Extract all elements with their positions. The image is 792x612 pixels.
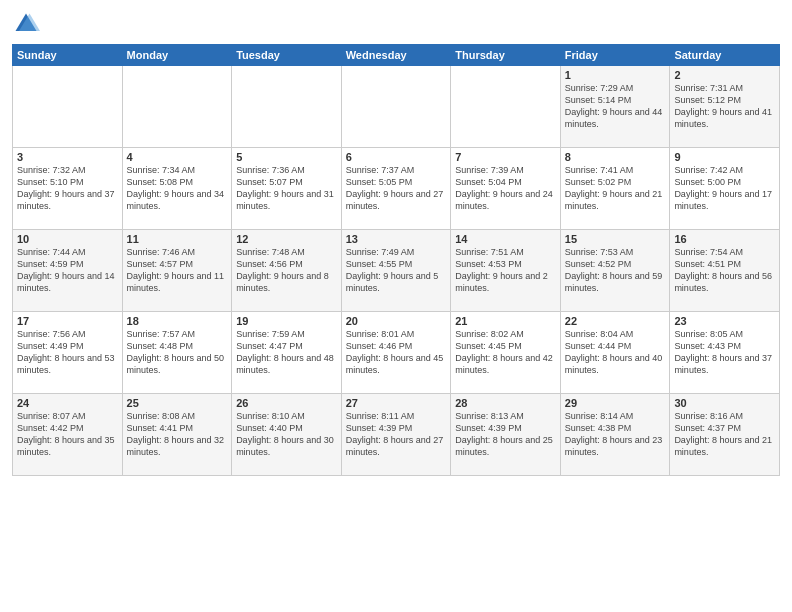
weekday-header: Thursday [451,45,561,66]
calendar-cell: 17Sunrise: 7:56 AM Sunset: 4:49 PM Dayli… [13,312,123,394]
calendar-cell: 15Sunrise: 7:53 AM Sunset: 4:52 PM Dayli… [560,230,670,312]
day-info: Sunrise: 7:49 AM Sunset: 4:55 PM Dayligh… [346,246,447,295]
day-number: 19 [236,315,337,327]
calendar-cell: 18Sunrise: 7:57 AM Sunset: 4:48 PM Dayli… [122,312,232,394]
calendar-cell [341,66,451,148]
calendar-cell: 9Sunrise: 7:42 AM Sunset: 5:00 PM Daylig… [670,148,780,230]
weekday-header: Friday [560,45,670,66]
logo [12,10,44,38]
day-info: Sunrise: 7:56 AM Sunset: 4:49 PM Dayligh… [17,328,118,377]
day-number: 17 [17,315,118,327]
day-info: Sunrise: 8:02 AM Sunset: 4:45 PM Dayligh… [455,328,556,377]
day-number: 2 [674,69,775,81]
weekday-header: Wednesday [341,45,451,66]
day-number: 14 [455,233,556,245]
day-info: Sunrise: 7:32 AM Sunset: 5:10 PM Dayligh… [17,164,118,213]
weekday-header: Saturday [670,45,780,66]
calendar-cell: 13Sunrise: 7:49 AM Sunset: 4:55 PM Dayli… [341,230,451,312]
calendar-cell: 23Sunrise: 8:05 AM Sunset: 4:43 PM Dayli… [670,312,780,394]
day-info: Sunrise: 7:29 AM Sunset: 5:14 PM Dayligh… [565,82,666,131]
day-number: 4 [127,151,228,163]
day-number: 6 [346,151,447,163]
day-info: Sunrise: 7:48 AM Sunset: 4:56 PM Dayligh… [236,246,337,295]
day-info: Sunrise: 8:04 AM Sunset: 4:44 PM Dayligh… [565,328,666,377]
day-number: 8 [565,151,666,163]
day-info: Sunrise: 7:54 AM Sunset: 4:51 PM Dayligh… [674,246,775,295]
day-info: Sunrise: 8:14 AM Sunset: 4:38 PM Dayligh… [565,410,666,459]
day-number: 7 [455,151,556,163]
day-number: 5 [236,151,337,163]
calendar-cell: 4Sunrise: 7:34 AM Sunset: 5:08 PM Daylig… [122,148,232,230]
day-number: 11 [127,233,228,245]
calendar-week-row: 1Sunrise: 7:29 AM Sunset: 5:14 PM Daylig… [13,66,780,148]
day-number: 16 [674,233,775,245]
day-number: 1 [565,69,666,81]
calendar-cell: 16Sunrise: 7:54 AM Sunset: 4:51 PM Dayli… [670,230,780,312]
day-number: 10 [17,233,118,245]
logo-icon [12,10,40,38]
calendar-cell: 30Sunrise: 8:16 AM Sunset: 4:37 PM Dayli… [670,394,780,476]
day-info: Sunrise: 7:53 AM Sunset: 4:52 PM Dayligh… [565,246,666,295]
day-info: Sunrise: 7:59 AM Sunset: 4:47 PM Dayligh… [236,328,337,377]
day-info: Sunrise: 7:44 AM Sunset: 4:59 PM Dayligh… [17,246,118,295]
day-number: 15 [565,233,666,245]
day-number: 3 [17,151,118,163]
calendar-cell: 27Sunrise: 8:11 AM Sunset: 4:39 PM Dayli… [341,394,451,476]
calendar-cell [13,66,123,148]
calendar-cell: 24Sunrise: 8:07 AM Sunset: 4:42 PM Dayli… [13,394,123,476]
day-number: 9 [674,151,775,163]
calendar-cell: 10Sunrise: 7:44 AM Sunset: 4:59 PM Dayli… [13,230,123,312]
calendar-week-row: 17Sunrise: 7:56 AM Sunset: 4:49 PM Dayli… [13,312,780,394]
day-number: 24 [17,397,118,409]
calendar-header-row: SundayMondayTuesdayWednesdayThursdayFrid… [13,45,780,66]
calendar-week-row: 3Sunrise: 7:32 AM Sunset: 5:10 PM Daylig… [13,148,780,230]
day-info: Sunrise: 8:05 AM Sunset: 4:43 PM Dayligh… [674,328,775,377]
day-info: Sunrise: 7:46 AM Sunset: 4:57 PM Dayligh… [127,246,228,295]
calendar-cell: 12Sunrise: 7:48 AM Sunset: 4:56 PM Dayli… [232,230,342,312]
day-info: Sunrise: 8:08 AM Sunset: 4:41 PM Dayligh… [127,410,228,459]
day-info: Sunrise: 7:34 AM Sunset: 5:08 PM Dayligh… [127,164,228,213]
calendar-week-row: 10Sunrise: 7:44 AM Sunset: 4:59 PM Dayli… [13,230,780,312]
calendar-week-row: 24Sunrise: 8:07 AM Sunset: 4:42 PM Dayli… [13,394,780,476]
calendar-cell: 20Sunrise: 8:01 AM Sunset: 4:46 PM Dayli… [341,312,451,394]
day-number: 22 [565,315,666,327]
day-info: Sunrise: 8:13 AM Sunset: 4:39 PM Dayligh… [455,410,556,459]
day-number: 12 [236,233,337,245]
day-number: 30 [674,397,775,409]
calendar-cell: 22Sunrise: 8:04 AM Sunset: 4:44 PM Dayli… [560,312,670,394]
day-info: Sunrise: 8:10 AM Sunset: 4:40 PM Dayligh… [236,410,337,459]
day-number: 20 [346,315,447,327]
calendar-cell: 29Sunrise: 8:14 AM Sunset: 4:38 PM Dayli… [560,394,670,476]
weekday-header: Monday [122,45,232,66]
page: SundayMondayTuesdayWednesdayThursdayFrid… [0,0,792,612]
day-info: Sunrise: 7:42 AM Sunset: 5:00 PM Dayligh… [674,164,775,213]
day-info: Sunrise: 7:39 AM Sunset: 5:04 PM Dayligh… [455,164,556,213]
calendar-cell [451,66,561,148]
day-info: Sunrise: 7:31 AM Sunset: 5:12 PM Dayligh… [674,82,775,131]
calendar-cell: 11Sunrise: 7:46 AM Sunset: 4:57 PM Dayli… [122,230,232,312]
calendar-cell: 25Sunrise: 8:08 AM Sunset: 4:41 PM Dayli… [122,394,232,476]
calendar-cell: 1Sunrise: 7:29 AM Sunset: 5:14 PM Daylig… [560,66,670,148]
calendar-cell [232,66,342,148]
day-number: 26 [236,397,337,409]
header [12,10,780,38]
calendar-table: SundayMondayTuesdayWednesdayThursdayFrid… [12,44,780,476]
calendar-cell: 28Sunrise: 8:13 AM Sunset: 4:39 PM Dayli… [451,394,561,476]
day-number: 25 [127,397,228,409]
day-info: Sunrise: 8:11 AM Sunset: 4:39 PM Dayligh… [346,410,447,459]
calendar-cell: 6Sunrise: 7:37 AM Sunset: 5:05 PM Daylig… [341,148,451,230]
day-number: 18 [127,315,228,327]
day-number: 21 [455,315,556,327]
calendar-cell: 3Sunrise: 7:32 AM Sunset: 5:10 PM Daylig… [13,148,123,230]
calendar-cell: 7Sunrise: 7:39 AM Sunset: 5:04 PM Daylig… [451,148,561,230]
day-info: Sunrise: 7:41 AM Sunset: 5:02 PM Dayligh… [565,164,666,213]
day-info: Sunrise: 7:37 AM Sunset: 5:05 PM Dayligh… [346,164,447,213]
day-info: Sunrise: 8:07 AM Sunset: 4:42 PM Dayligh… [17,410,118,459]
day-info: Sunrise: 7:51 AM Sunset: 4:53 PM Dayligh… [455,246,556,295]
day-info: Sunrise: 7:57 AM Sunset: 4:48 PM Dayligh… [127,328,228,377]
weekday-header: Tuesday [232,45,342,66]
calendar-cell: 14Sunrise: 7:51 AM Sunset: 4:53 PM Dayli… [451,230,561,312]
day-info: Sunrise: 8:16 AM Sunset: 4:37 PM Dayligh… [674,410,775,459]
weekday-header: Sunday [13,45,123,66]
day-number: 28 [455,397,556,409]
